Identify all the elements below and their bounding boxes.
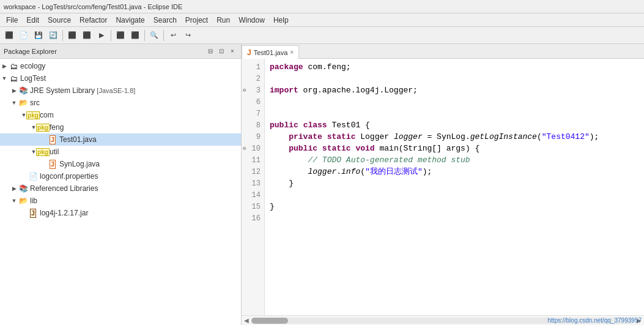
tree-icon-synlog: J bbox=[48, 159, 57, 169]
toolbar-btn-2[interactable]: 📄 bbox=[17, 29, 31, 42]
toolbar-btn-11[interactable]: ↩ bbox=[166, 29, 180, 42]
token-plain bbox=[298, 119, 303, 131]
code-line-15[interactable]: } bbox=[270, 201, 639, 212]
code-line-14[interactable] bbox=[270, 189, 639, 201]
line-num-2: 2 bbox=[242, 73, 264, 84]
tree-toggle-logconf[interactable] bbox=[20, 172, 28, 181]
tree-item-com[interactable]: ▼pkgcom bbox=[0, 109, 241, 121]
token-plain: } bbox=[270, 201, 275, 212]
tab-close-btn[interactable]: × bbox=[290, 49, 294, 56]
menu-item-search[interactable]: Search bbox=[150, 15, 180, 26]
tree-toggle-jre[interactable]: ▶ bbox=[10, 86, 18, 95]
code-line-6[interactable] bbox=[270, 96, 639, 108]
toolbar-btn-1[interactable]: ⬛ bbox=[2, 29, 16, 42]
code-line-10[interactable]: public static void main(String[] args) { bbox=[270, 143, 639, 154]
line-num-16: 16 bbox=[242, 212, 264, 224]
token-plain bbox=[270, 166, 308, 177]
tree-item-lib[interactable]: ▼📂lib bbox=[0, 195, 241, 207]
code-lines[interactable]: package com.feng;import org.apache.log4j… bbox=[265, 59, 644, 315]
tree-label-com: com bbox=[40, 111, 54, 119]
tree-item-log4j[interactable]: Jlog4j-1.2.17.jar bbox=[0, 207, 241, 219]
toolbar-btn-4[interactable]: 🔄 bbox=[46, 29, 60, 42]
toolbar-btn-10[interactable]: 🔍 bbox=[147, 29, 161, 42]
minimize-btn[interactable]: ⊟ bbox=[205, 47, 215, 56]
code-line-7[interactable] bbox=[270, 108, 639, 119]
line-num-15: 15 bbox=[242, 201, 264, 212]
tree-item-ecology[interactable]: ▶🗂ecology bbox=[0, 60, 241, 72]
toolbar: ⬛ 📄 💾 🔄 ⬛ ⬛ ▶ ⬛ ⬛ 🔍 ↩ ↪ bbox=[0, 27, 644, 44]
menu-item-help[interactable]: Help bbox=[270, 15, 292, 26]
toolbar-btn-12[interactable]: ↪ bbox=[181, 29, 194, 42]
code-line-1[interactable]: package com.feng; bbox=[270, 61, 639, 73]
scroll-arrow-left[interactable]: ◀ bbox=[244, 317, 249, 324]
tree-toggle-synlog[interactable] bbox=[39, 160, 48, 168]
code-line-9[interactable]: private static Logger logger = SynLog.ge… bbox=[270, 131, 639, 143]
code-line-13[interactable]: } bbox=[270, 177, 639, 189]
toolbar-btn-6[interactable]: ⬛ bbox=[80, 29, 94, 42]
code-line-8[interactable]: public class Test01 { bbox=[270, 119, 639, 131]
toolbar-btn-5[interactable]: ⬛ bbox=[65, 29, 79, 42]
tree-icon-com: pkg bbox=[28, 110, 38, 120]
tree-label-src: src bbox=[30, 99, 40, 107]
token-kw: static bbox=[327, 131, 356, 143]
toolbar-btn-9[interactable]: ⬛ bbox=[128, 29, 142, 42]
tree-label-logconf: logconf.properties bbox=[40, 172, 98, 181]
menu-item-navigate[interactable]: Navigate bbox=[112, 15, 148, 26]
code-line-12[interactable]: logger.info("我的日志测试"); bbox=[270, 166, 639, 177]
token-plain: org.apache.log4j.Logger; bbox=[298, 84, 418, 96]
menu-item-file[interactable]: File bbox=[2, 15, 21, 26]
close-panel-btn[interactable]: × bbox=[228, 47, 237, 56]
menu-item-window[interactable]: Window bbox=[235, 15, 268, 26]
tree-item-logconf[interactable]: 📄logconf.properties bbox=[0, 170, 241, 182]
code-line-3[interactable]: import org.apache.log4j.Logger; bbox=[270, 84, 639, 96]
token-plain bbox=[270, 143, 289, 154]
fold-icon-10[interactable]: ⊖ bbox=[243, 145, 246, 152]
tree-item-synlog[interactable]: JSynLog.java bbox=[0, 158, 241, 170]
tree-toggle-src[interactable]: ▼ bbox=[10, 99, 18, 107]
panel-header-title: Package Explorer bbox=[4, 48, 203, 55]
line-num-3: ⊖3 bbox=[242, 84, 264, 96]
fold-icon-3[interactable]: ⊖ bbox=[243, 87, 246, 94]
menu-item-project[interactable]: Project bbox=[182, 15, 212, 26]
menu-item-edit[interactable]: Edit bbox=[23, 15, 43, 26]
token-kw: class bbox=[303, 119, 327, 131]
panel-header-actions: ⊟ ⊡ × bbox=[205, 47, 237, 56]
toolbar-btn-8[interactable]: ⬛ bbox=[114, 29, 127, 42]
tree-toggle-lib[interactable]: ▼ bbox=[10, 196, 18, 205]
tree-item-logtest[interactable]: ▼🗂LogTest bbox=[0, 72, 241, 84]
line-numbers: 12⊖36789⊖10111213141516 bbox=[242, 59, 265, 315]
tree-icon-lib: 📂 bbox=[18, 196, 28, 206]
editor-tab-test01[interactable]: J Test01.java × bbox=[242, 45, 299, 59]
toolbar-sep-3 bbox=[144, 30, 145, 41]
tree-item-test01[interactable]: JTest01.java bbox=[0, 133, 241, 146]
tree-toggle-log4j[interactable] bbox=[20, 209, 28, 217]
tree-item-jre[interactable]: ▶📚JRE System Library [JavaSE-1.8] bbox=[0, 84, 241, 97]
tree-label-feng: feng bbox=[50, 123, 64, 132]
token-plain: ( bbox=[537, 131, 542, 143]
tab-java-icon: J bbox=[247, 48, 251, 57]
toolbar-btn-3[interactable]: 💾 bbox=[32, 29, 45, 42]
tree-toggle-ecology[interactable]: ▶ bbox=[0, 62, 9, 70]
tree-toggle-reflibs[interactable]: ▶ bbox=[10, 184, 18, 193]
tree-toggle-logtest[interactable]: ▼ bbox=[0, 74, 9, 83]
tree-label-reflibs: Referenced Libraries bbox=[30, 184, 98, 193]
token-plain bbox=[270, 131, 289, 143]
code-line-2[interactable] bbox=[270, 73, 639, 84]
tree-toggle-test01[interactable] bbox=[39, 135, 48, 144]
tree-item-util[interactable]: ▼pkgutil bbox=[0, 146, 241, 158]
tree-item-reflibs[interactable]: ▶📚Referenced Libraries bbox=[0, 182, 241, 195]
editor-panel: J Test01.java × 12⊖36789⊖10111213141516 … bbox=[242, 44, 644, 325]
maximize-btn[interactable]: ⊡ bbox=[217, 47, 226, 56]
tree-item-feng[interactable]: ▼pkgfeng bbox=[0, 121, 241, 133]
editor-tabs: J Test01.java × bbox=[242, 44, 644, 59]
code-line-11[interactable]: // TODO Auto-generated method stub bbox=[270, 154, 639, 166]
toolbar-btn-7[interactable]: ▶ bbox=[95, 29, 108, 42]
code-area[interactable]: 12⊖36789⊖10111213141516 package com.feng… bbox=[242, 59, 644, 315]
token-kw: package bbox=[270, 61, 303, 73]
menu-item-run[interactable]: Run bbox=[213, 15, 234, 26]
token-plain: = SynLog. bbox=[423, 131, 470, 143]
menu-item-refactor[interactable]: Refactor bbox=[76, 15, 111, 26]
menu-item-source[interactable]: Source bbox=[44, 15, 75, 26]
tree-item-src[interactable]: ▼📂src bbox=[0, 97, 241, 109]
code-line-16[interactable] bbox=[270, 212, 639, 224]
